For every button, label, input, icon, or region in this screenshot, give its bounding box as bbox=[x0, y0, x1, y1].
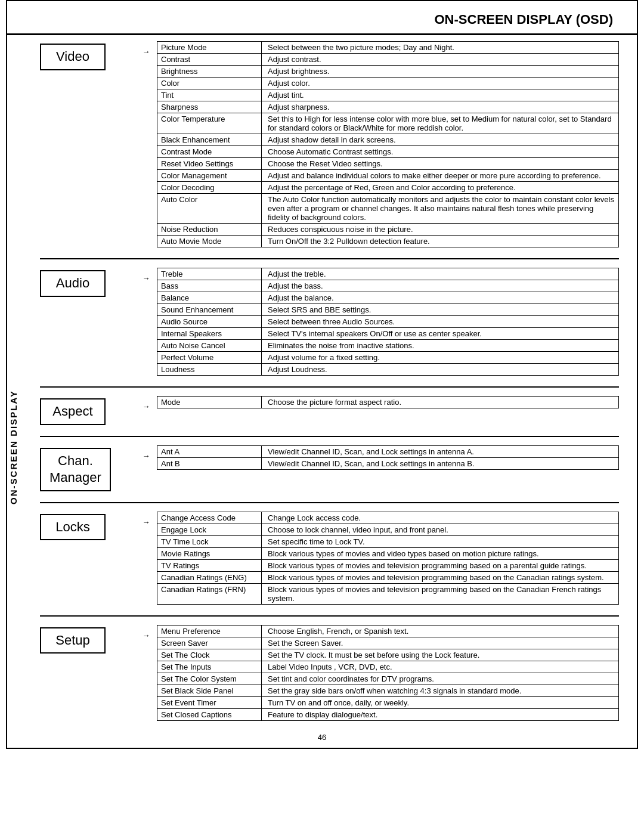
arrow-locks: → bbox=[135, 512, 157, 527]
category-box-setup: Setup bbox=[40, 627, 106, 654]
table-row: Set Event TimerTurn TV on and off once, … bbox=[157, 696, 619, 708]
item-name: Ant B bbox=[157, 457, 262, 469]
item-desc: Eliminates the noise from inactive stati… bbox=[262, 340, 619, 352]
category-box-chan-manager: Chan.Manager bbox=[40, 448, 111, 491]
item-desc: Adjust the treble. bbox=[262, 268, 619, 280]
item-name: Internal Speakers bbox=[157, 328, 262, 340]
item-desc: Choose the picture format aspect ratio. bbox=[262, 397, 619, 408]
arrow-video: → bbox=[135, 41, 157, 56]
item-name: Movie Ratings bbox=[157, 547, 262, 559]
item-name: Ant A bbox=[157, 445, 262, 457]
item-name: TV Ratings bbox=[157, 559, 262, 571]
item-desc: Reduces conspicuous noise in the picture… bbox=[262, 224, 619, 236]
table-row: Contrast ModeChoose Automatic Contrast s… bbox=[157, 146, 619, 158]
item-name: Balance bbox=[157, 292, 262, 304]
item-desc: Change Lock access code. bbox=[262, 512, 619, 524]
items-table-audio: TrebleAdjust the treble.BassAdjust the b… bbox=[157, 268, 619, 376]
table-row: Set The Color SystemSet tint and color c… bbox=[157, 673, 619, 685]
table-row: Set Black Side PanelSet the gray side ba… bbox=[157, 685, 619, 696]
item-name: Color Management bbox=[157, 170, 262, 182]
item-name: Reset Video Settings bbox=[157, 158, 262, 170]
item-name: Color Temperature bbox=[157, 113, 262, 134]
table-row: Color ManagementAdjust and balance indiv… bbox=[157, 170, 619, 182]
item-desc: Adjust and balance individual colors to … bbox=[262, 170, 619, 182]
item-desc: Select between the two picture modes; Da… bbox=[262, 42, 619, 54]
items-table-video: Picture ModeSelect between the two pictu… bbox=[157, 41, 619, 247]
item-name: TV Time Lock bbox=[157, 535, 262, 547]
table-row: Auto Noise CancelEliminates the noise fr… bbox=[157, 340, 619, 352]
item-desc: Turn On/Off the 3:2 Pulldown detection f… bbox=[262, 236, 619, 247]
item-name: Color Decoding bbox=[157, 182, 262, 194]
item-desc: Adjust volume for a fixed setting. bbox=[262, 352, 619, 364]
arrow-chan-manager: → bbox=[135, 445, 157, 460]
item-name: Canadian Ratings (FRN) bbox=[157, 583, 262, 604]
item-name: Contrast Mode bbox=[157, 146, 262, 158]
section-aspect: Aspect→ModeChoose the picture format asp… bbox=[40, 396, 619, 425]
item-desc: Label Video Inputs , VCR, DVD, etc. bbox=[262, 661, 619, 673]
item-desc: Set tint and color coordinates for DTV p… bbox=[262, 673, 619, 685]
table-row: ColorAdjust color. bbox=[157, 78, 619, 89]
table-row: Color DecodingAdjust the percentage of R… bbox=[157, 182, 619, 194]
category-cell-setup: Setup bbox=[40, 625, 135, 654]
table-row: Set The ClockSet the TV clock. It must b… bbox=[157, 649, 619, 661]
item-desc: Select TV's internal speakers On/Off or … bbox=[262, 328, 619, 340]
table-row: BrightnessAdjust brightness. bbox=[157, 66, 619, 78]
table-row: Set Closed CaptionsFeature to display di… bbox=[157, 708, 619, 720]
item-desc: View/edit Channel ID, Scan, and Lock set… bbox=[262, 457, 619, 469]
table-row: Set The InputsLabel Video Inputs , VCR, … bbox=[157, 661, 619, 673]
item-name: Sound Enhancement bbox=[157, 304, 262, 316]
item-name: Color bbox=[157, 78, 262, 89]
item-desc: Adjust sharpness. bbox=[262, 101, 619, 113]
item-desc: Choose Automatic Contrast settings. bbox=[262, 146, 619, 158]
section-divider bbox=[40, 615, 619, 617]
item-name: Black Enhancement bbox=[157, 134, 262, 146]
item-desc: View/edit Channel ID, Scan, and Lock set… bbox=[262, 445, 619, 457]
item-name: Loudness bbox=[157, 364, 262, 376]
table-row: Reset Video SettingsChoose the Reset Vid… bbox=[157, 158, 619, 170]
item-name: Mode bbox=[157, 397, 262, 408]
table-row: TintAdjust tint. bbox=[157, 89, 619, 101]
table-row: ContrastAdjust contrast. bbox=[157, 54, 619, 66]
category-box-locks: Locks bbox=[40, 514, 106, 541]
category-cell-locks: Locks bbox=[40, 512, 135, 541]
table-row: Perfect VolumeAdjust volume for a fixed … bbox=[157, 352, 619, 364]
category-box-aspect: Aspect bbox=[40, 398, 106, 425]
category-box-audio: Audio bbox=[40, 270, 106, 297]
page-title: ON-SCREEN DISPLAY (OSD) bbox=[7, 1, 637, 35]
item-name: Auto Color bbox=[157, 194, 262, 224]
item-desc: Set the Screen Saver. bbox=[262, 637, 619, 649]
item-desc: Adjust the percentage of Red, Green and … bbox=[262, 182, 619, 194]
section-audio: Audio→TrebleAdjust the treble.BassAdjust… bbox=[40, 268, 619, 376]
table-row: TV RatingsBlock various types of movies … bbox=[157, 559, 619, 571]
item-desc: Block various types of movies and televi… bbox=[262, 559, 619, 571]
item-name: Tint bbox=[157, 89, 262, 101]
item-name: Bass bbox=[157, 280, 262, 292]
items-table-locks: Change Access CodeChange Lock access cod… bbox=[157, 512, 619, 605]
table-row: Engage LockChoose to lock channel, video… bbox=[157, 524, 619, 535]
item-name: Canadian Ratings (ENG) bbox=[157, 571, 262, 583]
item-desc: Set the gray side bars on/off when watch… bbox=[262, 685, 619, 696]
item-desc: Adjust Loudness. bbox=[262, 364, 619, 376]
table-row: BassAdjust the bass. bbox=[157, 280, 619, 292]
item-name: Engage Lock bbox=[157, 524, 262, 535]
item-name: Set Event Timer bbox=[157, 696, 262, 708]
item-desc: Feature to display dialogue/text. bbox=[262, 708, 619, 720]
arrow-audio: → bbox=[135, 268, 157, 283]
category-cell-aspect: Aspect bbox=[40, 396, 135, 425]
item-desc: Set the TV clock. It must be set before … bbox=[262, 649, 619, 661]
table-row: ModeChoose the picture format aspect rat… bbox=[157, 397, 619, 408]
item-name: Auto Movie Mode bbox=[157, 236, 262, 247]
item-desc: Select SRS and BBE settings. bbox=[262, 304, 619, 316]
table-row: Menu PreferenceChoose English, French, o… bbox=[157, 625, 619, 637]
item-desc: Block various types of movies and video … bbox=[262, 547, 619, 559]
section-divider bbox=[40, 502, 619, 503]
table-row: Screen SaverSet the Screen Saver. bbox=[157, 637, 619, 649]
item-name: Audio Source bbox=[157, 316, 262, 328]
table-row: TrebleAdjust the treble. bbox=[157, 268, 619, 280]
item-desc: Adjust the bass. bbox=[262, 280, 619, 292]
item-name: Set The Clock bbox=[157, 649, 262, 661]
item-name: Perfect Volume bbox=[157, 352, 262, 364]
item-name: Picture Mode bbox=[157, 42, 262, 54]
item-name: Treble bbox=[157, 268, 262, 280]
item-name: Menu Preference bbox=[157, 625, 262, 637]
